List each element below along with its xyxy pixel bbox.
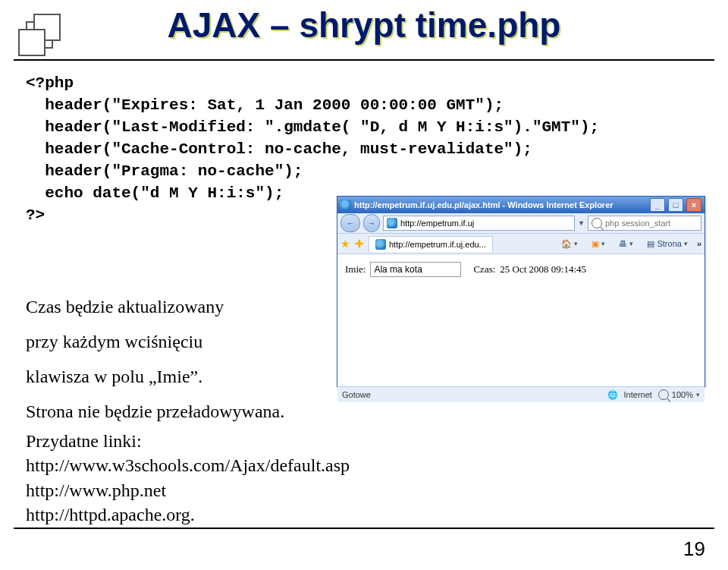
imie-label: Imie:: [345, 263, 366, 276]
favorites-icon[interactable]: ★: [340, 238, 350, 250]
home-button[interactable]: 🏠▾: [557, 236, 582, 251]
page-icon: ▤: [647, 239, 654, 249]
chevrons-icon[interactable]: »: [697, 239, 701, 248]
tab-page-icon: [375, 239, 386, 250]
print-icon: 🖶: [619, 239, 627, 248]
nav-row: ← → http://empetrum.if.uj ▼ php session_…: [337, 213, 704, 234]
browser-titlebar[interactable]: http://empetrum.if.uj.edu.pl/ajax.html -…: [337, 197, 704, 213]
body-line-4: Strona nie będzie przeładowywana.: [26, 395, 284, 430]
forward-button[interactable]: →: [363, 214, 380, 232]
maximize-button[interactable]: □: [668, 198, 683, 212]
zoom-icon: [658, 389, 669, 400]
tab-label: http://empetrum.if.uj.edu...: [389, 240, 486, 249]
page-menu-label: Strona: [657, 239, 681, 248]
addr-dropdown-icon[interactable]: ▼: [578, 219, 585, 227]
body-line-2: przy każdym wciśnięciu: [26, 325, 202, 360]
status-bar: Gotowe 🌐 Internet 100% ▾: [337, 386, 704, 402]
rss-icon: ▣: [592, 239, 599, 249]
ie-icon: [340, 200, 351, 210]
link-2: http://www.php.net: [26, 478, 350, 502]
minimize-button[interactable]: _: [650, 198, 665, 212]
search-text: php session_start: [605, 219, 670, 228]
useful-links: Przydatne linki: http://www.w3schools.co…: [26, 429, 350, 527]
browser-window: http://empetrum.if.uj.edu.pl/ajax.html -…: [337, 196, 705, 387]
address-text: http://empetrum.if.uj: [400, 219, 474, 228]
zoom-control[interactable]: 100% ▾: [658, 389, 700, 400]
body-line-1: Czas będzie aktualizowany: [26, 290, 224, 325]
form-row: Imie: Czas: 25 Oct 2008 09:14:45: [345, 262, 697, 277]
czas-value: 25 Oct 2008 09:14:45: [500, 263, 586, 276]
status-text: Gotowe: [342, 390, 371, 399]
imie-input[interactable]: [370, 262, 461, 277]
czas-label: Czas:: [473, 263, 495, 276]
zoom-value: 100%: [672, 390, 693, 399]
browser-content: Imie: Czas: 25 Oct 2008 09:14:45: [337, 254, 704, 386]
body-line-3: klawisza w polu „Imie”.: [26, 360, 202, 395]
page-icon: [387, 218, 397, 228]
zone-text: Internet: [624, 390, 652, 399]
link-3: http://httpd.apache.org.: [26, 502, 350, 527]
back-button[interactable]: ←: [340, 214, 360, 232]
browser-tab[interactable]: http://empetrum.if.uj.edu...: [369, 236, 493, 252]
feeds-button[interactable]: ▣▾: [587, 236, 610, 251]
title-rule: [14, 59, 714, 61]
zoom-dropdown-icon: ▾: [696, 391, 700, 398]
internet-zone-icon: 🌐: [607, 390, 618, 400]
print-button[interactable]: 🖶▾: [614, 236, 638, 251]
slide-title: AJAX – shrypt time.php: [0, 5, 728, 46]
link-1: http://www.w3schools.com/Ajax/default.as…: [26, 453, 350, 477]
search-icon: [592, 218, 602, 228]
add-favorites-icon[interactable]: ✚: [355, 238, 364, 250]
home-icon: 🏠: [561, 239, 572, 249]
page-number: 19: [683, 537, 705, 561]
tab-row: ★ ✚ http://empetrum.if.uj.edu... 🏠▾ ▣▾ 🖶…: [337, 234, 704, 254]
close-button[interactable]: ×: [686, 198, 701, 212]
links-heading: Przydatne linki:: [26, 429, 350, 453]
search-box[interactable]: php session_start: [588, 216, 701, 231]
window-title: http://empetrum.if.uj.edu.pl/ajax.html -…: [354, 200, 647, 209]
page-menu[interactable]: ▤Strona▾: [642, 236, 692, 251]
footer-rule: [14, 527, 714, 529]
address-bar[interactable]: http://empetrum.if.uj: [383, 216, 575, 231]
